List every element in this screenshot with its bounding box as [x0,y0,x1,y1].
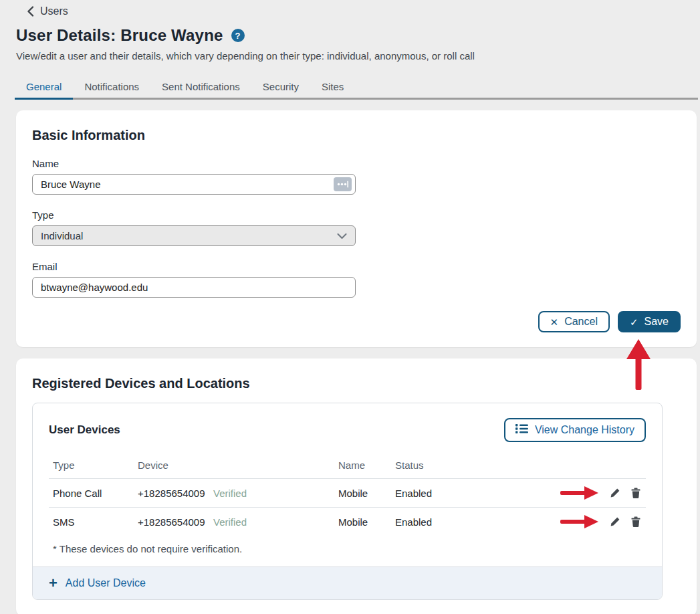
delete-device-icon[interactable] [631,488,640,498]
device-number: +18285654009 [138,488,213,499]
annotation-arrow-right [559,514,599,529]
device-row-phone-call: Phone Call +18285654009 Verified Mobile … [49,478,646,507]
add-user-device-button[interactable]: + Add User Device [49,576,146,591]
email-label: Email [32,261,356,272]
device-number: +18285654009 [138,516,213,528]
registered-devices-heading: Registered Devices and Locations [32,376,681,391]
basic-information-heading: Basic Information [32,128,681,143]
device-type: Phone Call [53,488,138,499]
help-icon[interactable]: ? [231,29,245,42]
check-icon: ✓ [630,317,638,327]
name-input[interactable] [32,174,356,195]
verification-footnote: * These devices do not require verificat… [49,536,646,567]
col-header-type: Type [53,459,138,471]
delete-device-icon[interactable] [631,516,640,527]
tab-notifications[interactable]: Notifications [73,75,150,100]
user-devices-table: Type Device Name Status Phone Call +1828… [49,453,646,567]
view-change-history-label: View Change History [535,424,634,436]
col-header-name: Name [338,459,395,471]
basic-information-card: Basic Information Name Type Individual E… [16,110,697,347]
tab-sent-notifications[interactable]: Sent Notifications [150,75,251,100]
back-label[interactable]: Users [40,5,68,17]
type-label: Type [32,209,356,221]
close-icon: ✕ [550,317,559,327]
type-select-value: Individual [41,230,83,241]
tab-general[interactable]: General [15,75,73,100]
col-header-status: Status [395,459,559,471]
save-button[interactable]: ✓ Save [618,311,681,332]
tab-security[interactable]: Security [251,75,310,100]
edit-device-icon[interactable] [610,516,620,527]
page-title: User Details: Bruce Wayne [16,26,223,45]
chevron-down-icon [337,230,347,241]
back-link-users[interactable]: Users [27,5,68,17]
device-name: Mobile [338,516,395,528]
email-input[interactable] [32,277,356,298]
device-type: SMS [53,516,138,528]
device-status: Enabled [395,516,559,528]
user-devices-card: User Devices View Change History T [32,403,663,600]
device-name: Mobile [338,488,395,499]
user-devices-footer: + Add User Device [33,567,662,599]
view-change-history-button[interactable]: View Change History [504,418,646,442]
page-header: Users User Details: Bruce Wayne ? View/e… [0,0,700,62]
edit-device-icon[interactable] [610,488,620,498]
tab-bar: General Notifications Sent Notifications… [15,75,698,100]
device-verified-status: Verified [213,488,338,499]
user-devices-title: User Devices [49,423,120,437]
device-row-sms: SMS +18285654009 Verified Mobile Enabled [49,507,646,536]
annotation-arrow-right [559,486,599,500]
save-button-label: Save [645,316,669,328]
device-status: Enabled [395,488,559,499]
registered-devices-card: Registered Devices and Locations User De… [16,359,697,614]
cancel-button[interactable]: ✕ Cancel [538,311,610,332]
page-subtitle: View/edit a user and their details, whic… [16,50,684,62]
device-verified-status: Verified [213,516,338,528]
back-chevron-icon [27,6,34,17]
tab-sites[interactable]: Sites [310,75,355,100]
plus-icon: + [49,576,57,591]
name-input-expand-icon[interactable] [334,177,352,191]
cancel-button-label: Cancel [564,316,598,328]
name-label: Name [32,158,356,169]
add-user-device-label: Add User Device [66,577,146,589]
type-select[interactable]: Individual [32,225,356,246]
list-icon [515,423,528,437]
col-header-device: Device [138,459,213,471]
